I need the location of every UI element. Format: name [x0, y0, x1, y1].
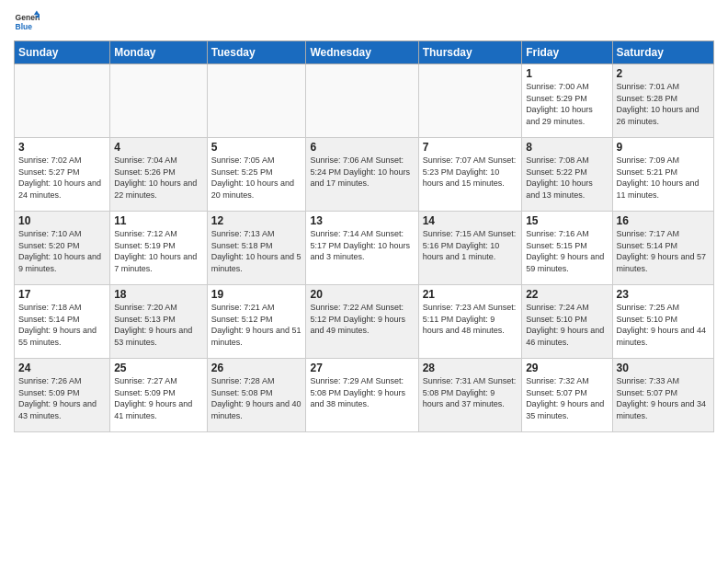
day-info: Sunrise: 7:15 AM Sunset: 5:16 PM Dayligh…	[423, 228, 518, 263]
weekday-header-monday: Monday	[110, 41, 208, 64]
day-number: 29	[526, 362, 608, 374]
day-number: 9	[617, 141, 710, 154]
calendar-cell: 19Sunrise: 7:21 AM Sunset: 5:12 PM Dayli…	[207, 285, 306, 359]
day-number: 28	[423, 362, 518, 374]
calendar-cell: 8Sunrise: 7:08 AM Sunset: 5:22 PM Daylig…	[522, 138, 612, 212]
calendar-cell: 23Sunrise: 7:25 AM Sunset: 5:10 PM Dayli…	[612, 285, 713, 359]
calendar-cell: 2Sunrise: 7:01 AM Sunset: 5:28 PM Daylig…	[612, 64, 713, 138]
day-info: Sunrise: 7:07 AM Sunset: 5:23 PM Dayligh…	[423, 155, 518, 190]
day-info: Sunrise: 7:09 AM Sunset: 5:21 PM Dayligh…	[617, 155, 710, 201]
logo: General Blue	[14, 9, 40, 35]
day-info: Sunrise: 7:10 AM Sunset: 5:20 PM Dayligh…	[18, 228, 106, 274]
day-info: Sunrise: 7:29 AM Sunset: 5:08 PM Dayligh…	[310, 375, 414, 410]
weekday-header-saturday: Saturday	[612, 41, 713, 64]
calendar-cell	[15, 64, 110, 138]
day-number: 26	[211, 362, 302, 374]
calendar-cell: 10Sunrise: 7:10 AM Sunset: 5:20 PM Dayli…	[15, 212, 110, 285]
day-number: 4	[114, 141, 203, 154]
day-info: Sunrise: 7:14 AM Sunset: 5:17 PM Dayligh…	[310, 228, 414, 263]
day-number: 15	[526, 214, 608, 227]
day-number: 18	[114, 288, 203, 301]
day-info: Sunrise: 7:31 AM Sunset: 5:08 PM Dayligh…	[423, 375, 518, 410]
day-info: Sunrise: 7:13 AM Sunset: 5:18 PM Dayligh…	[211, 228, 302, 274]
calendar-cell	[306, 64, 418, 138]
calendar-cell: 6Sunrise: 7:06 AM Sunset: 5:24 PM Daylig…	[306, 138, 418, 212]
day-info: Sunrise: 7:05 AM Sunset: 5:25 PM Dayligh…	[211, 155, 302, 201]
day-info: Sunrise: 7:04 AM Sunset: 5:26 PM Dayligh…	[114, 155, 203, 201]
day-info: Sunrise: 7:20 AM Sunset: 5:13 PM Dayligh…	[114, 302, 203, 348]
day-number: 20	[310, 288, 414, 301]
calendar-cell: 28Sunrise: 7:31 AM Sunset: 5:08 PM Dayli…	[418, 359, 521, 432]
day-number: 14	[423, 214, 518, 227]
calendar-week-1: 1Sunrise: 7:00 AM Sunset: 5:29 PM Daylig…	[15, 64, 714, 138]
calendar-cell	[110, 64, 208, 138]
day-number: 19	[211, 288, 302, 301]
day-info: Sunrise: 7:12 AM Sunset: 5:19 PM Dayligh…	[114, 228, 203, 274]
calendar-table: SundayMondayTuesdayWednesdayThursdayFrid…	[14, 40, 714, 432]
calendar-cell: 5Sunrise: 7:05 AM Sunset: 5:25 PM Daylig…	[207, 138, 306, 212]
calendar-cell: 29Sunrise: 7:32 AM Sunset: 5:07 PM Dayli…	[522, 359, 612, 432]
day-number: 7	[423, 141, 518, 154]
calendar-cell: 24Sunrise: 7:26 AM Sunset: 5:09 PM Dayli…	[15, 359, 110, 432]
day-number: 17	[18, 288, 106, 301]
day-number: 27	[310, 362, 414, 374]
day-info: Sunrise: 7:02 AM Sunset: 5:27 PM Dayligh…	[18, 155, 106, 201]
calendar-cell	[418, 64, 521, 138]
day-info: Sunrise: 7:21 AM Sunset: 5:12 PM Dayligh…	[211, 302, 302, 348]
day-number: 1	[526, 67, 608, 80]
day-number: 23	[617, 288, 710, 301]
weekday-header-row: SundayMondayTuesdayWednesdayThursdayFrid…	[15, 41, 714, 64]
calendar-week-4: 17Sunrise: 7:18 AM Sunset: 5:14 PM Dayli…	[15, 285, 714, 359]
calendar-cell: 15Sunrise: 7:16 AM Sunset: 5:15 PM Dayli…	[522, 212, 612, 285]
day-number: 5	[211, 141, 302, 154]
calendar-cell: 3Sunrise: 7:02 AM Sunset: 5:27 PM Daylig…	[15, 138, 110, 212]
day-number: 13	[310, 214, 414, 227]
calendar-cell: 7Sunrise: 7:07 AM Sunset: 5:23 PM Daylig…	[418, 138, 521, 212]
day-info: Sunrise: 7:18 AM Sunset: 5:14 PM Dayligh…	[18, 302, 106, 348]
calendar-cell: 12Sunrise: 7:13 AM Sunset: 5:18 PM Dayli…	[207, 212, 306, 285]
day-number: 21	[423, 288, 518, 301]
svg-text:Blue: Blue	[16, 22, 33, 31]
calendar-cell: 13Sunrise: 7:14 AM Sunset: 5:17 PM Dayli…	[306, 212, 418, 285]
weekday-header-sunday: Sunday	[15, 41, 110, 64]
calendar-cell: 9Sunrise: 7:09 AM Sunset: 5:21 PM Daylig…	[612, 138, 713, 212]
day-number: 12	[211, 214, 302, 227]
calendar-week-2: 3Sunrise: 7:02 AM Sunset: 5:27 PM Daylig…	[15, 138, 714, 212]
day-info: Sunrise: 7:23 AM Sunset: 5:11 PM Dayligh…	[423, 302, 518, 337]
day-number: 11	[114, 214, 203, 227]
day-info: Sunrise: 7:16 AM Sunset: 5:15 PM Dayligh…	[526, 228, 608, 274]
day-info: Sunrise: 7:32 AM Sunset: 5:07 PM Dayligh…	[526, 375, 608, 421]
day-number: 8	[526, 141, 608, 154]
day-number: 16	[617, 214, 710, 227]
calendar-cell: 21Sunrise: 7:23 AM Sunset: 5:11 PM Dayli…	[418, 285, 521, 359]
weekday-header-tuesday: Tuesday	[207, 41, 306, 64]
day-number: 3	[18, 141, 106, 154]
day-info: Sunrise: 7:33 AM Sunset: 5:07 PM Dayligh…	[617, 375, 710, 421]
weekday-header-friday: Friday	[522, 41, 612, 64]
day-number: 2	[617, 67, 710, 80]
day-info: Sunrise: 7:00 AM Sunset: 5:29 PM Dayligh…	[526, 81, 608, 127]
calendar-cell	[207, 64, 306, 138]
day-number: 30	[617, 362, 710, 374]
day-number: 10	[18, 214, 106, 227]
weekday-header-thursday: Thursday	[418, 41, 521, 64]
day-info: Sunrise: 7:28 AM Sunset: 5:08 PM Dayligh…	[211, 375, 302, 421]
calendar-week-5: 24Sunrise: 7:26 AM Sunset: 5:09 PM Dayli…	[15, 359, 714, 432]
main-container: General Blue SundayMondayTuesdayWednesda…	[0, 0, 728, 442]
day-info: Sunrise: 7:27 AM Sunset: 5:09 PM Dayligh…	[114, 375, 203, 421]
calendar-cell: 27Sunrise: 7:29 AM Sunset: 5:08 PM Dayli…	[306, 359, 418, 432]
day-number: 25	[114, 362, 203, 374]
calendar-cell: 16Sunrise: 7:17 AM Sunset: 5:14 PM Dayli…	[612, 212, 713, 285]
day-info: Sunrise: 7:22 AM Sunset: 5:12 PM Dayligh…	[310, 302, 414, 337]
calendar-cell: 14Sunrise: 7:15 AM Sunset: 5:16 PM Dayli…	[418, 212, 521, 285]
calendar-week-3: 10Sunrise: 7:10 AM Sunset: 5:20 PM Dayli…	[15, 212, 714, 285]
day-number: 24	[18, 362, 106, 374]
calendar-cell: 4Sunrise: 7:04 AM Sunset: 5:26 PM Daylig…	[110, 138, 208, 212]
calendar-cell: 22Sunrise: 7:24 AM Sunset: 5:10 PM Dayli…	[522, 285, 612, 359]
calendar-cell: 11Sunrise: 7:12 AM Sunset: 5:19 PM Dayli…	[110, 212, 208, 285]
day-number: 22	[526, 288, 608, 301]
calendar-cell: 18Sunrise: 7:20 AM Sunset: 5:13 PM Dayli…	[110, 285, 208, 359]
calendar-cell: 26Sunrise: 7:28 AM Sunset: 5:08 PM Dayli…	[207, 359, 306, 432]
calendar-cell: 20Sunrise: 7:22 AM Sunset: 5:12 PM Dayli…	[306, 285, 418, 359]
day-info: Sunrise: 7:08 AM Sunset: 5:22 PM Dayligh…	[526, 155, 608, 201]
